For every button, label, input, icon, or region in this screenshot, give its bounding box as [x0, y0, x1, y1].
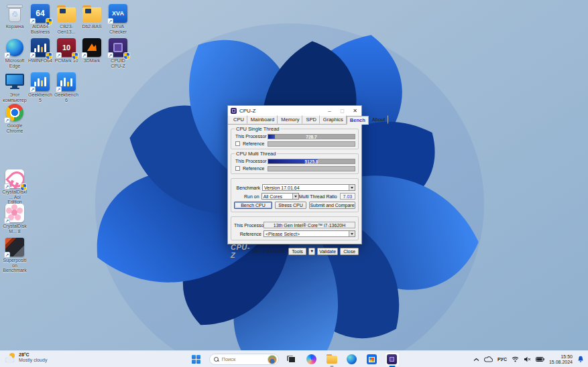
- tray-time: 15:50: [549, 354, 573, 360]
- microsoft-store-icon: [367, 354, 377, 364]
- tab-memory[interactable]: Memory: [278, 115, 302, 124]
- desktop-icon-dxva-checker[interactable]: XVA↗ DXVA Checker: [105, 3, 131, 34]
- desktop-icon-3dmark[interactable]: ↗ 3DMark: [79, 38, 105, 64]
- file-explorer-button[interactable]: [325, 352, 339, 366]
- weather-temp: 28°C: [19, 352, 47, 358]
- tab-bench[interactable]: Bench: [347, 116, 369, 125]
- run-on-select[interactable]: All Cores: [261, 193, 299, 200]
- onedrive-cloud-icon[interactable]: [484, 356, 493, 362]
- search-daily-image: [268, 355, 277, 364]
- desktop-icon-label: Superposition Benchmark: [2, 258, 27, 273]
- folder-icon: [57, 7, 76, 22]
- language-indicator[interactable]: РУС: [497, 357, 507, 362]
- desktop-icon-folder-db2[interactable]: Db2-BAS: [79, 3, 105, 29]
- desktop-icon-pcmark10[interactable]: 10↗ PCMark 10: [54, 38, 79, 64]
- close-button[interactable]: ✕: [349, 106, 361, 116]
- desktop-icon-label: PCMark 10: [54, 58, 79, 64]
- search-icon: [214, 357, 219, 362]
- this-pc-icon: [5, 74, 24, 90]
- single-thread-score: 728.7: [268, 135, 355, 139]
- shortcut-arrow-icon: ↗: [4, 252, 10, 258]
- tools-dropdown-button[interactable]: ▾: [308, 248, 315, 255]
- desktop-icon-recycle-bin[interactable]: ♲ Корзина: [2, 3, 27, 29]
- tools-button[interactable]: Tools: [288, 248, 307, 255]
- desktop-icon-label: Google Chrome: [2, 123, 27, 133]
- single-reference-checkbox[interactable]: [235, 141, 240, 146]
- reference-select[interactable]: <Please Select>: [263, 230, 355, 237]
- bench-cpu-button[interactable]: Bench CPU: [234, 202, 272, 209]
- clock[interactable]: 15:50 15.08.2024: [549, 354, 573, 365]
- cpuz-titlebar[interactable]: CPU-Z – ◻ ✕: [228, 106, 361, 116]
- multi-reference-label: Reference: [241, 166, 268, 171]
- copilot-icon: [306, 354, 316, 364]
- microsoft-store-button[interactable]: [365, 352, 379, 366]
- start-button[interactable]: [189, 352, 204, 366]
- battery-icon[interactable]: [536, 357, 544, 362]
- reference-label: Reference: [234, 232, 263, 236]
- groupbox-legend: CPU Single Thread: [235, 126, 280, 132]
- tray-chevron-up-icon[interactable]: [473, 358, 479, 362]
- shortcut-arrow-icon: ↗: [30, 86, 36, 92]
- edge-button[interactable]: [345, 352, 359, 366]
- desktop-icon-geekbench5[interactable]: ↗ Geekbench 5: [27, 72, 53, 102]
- tray-date: 15.08.2024: [549, 360, 573, 365]
- desktop-icon-folder-cb23[interactable]: CB23-Gen13...: [54, 3, 79, 34]
- tab-mainboard[interactable]: Mainboard: [247, 115, 278, 124]
- desktop-icon-geekbench6[interactable]: ↗ Geekbench 6: [54, 72, 79, 102]
- groupbox-legend: CPU Multi Thread: [235, 151, 277, 157]
- multi-reference-checkbox[interactable]: [235, 166, 240, 171]
- run-on-value: All Cores: [262, 194, 292, 199]
- copilot-button[interactable]: [304, 352, 319, 366]
- multi-thread-ratio-value: 7.03: [340, 193, 355, 200]
- tab-about[interactable]: About: [369, 115, 389, 124]
- desktop-icon-crystaldiskinfo[interactable]: ↗ CrystalDiskI... Aoi Edition: [2, 169, 27, 205]
- desktop-icon-label: Geekbench 5: [27, 92, 53, 102]
- uac-shield-icon: [46, 19, 52, 25]
- desktop-icon-google-chrome[interactable]: ↗ Google Chrome: [2, 102, 27, 133]
- desktop-icon-microsoft-edge[interactable]: ↗ Microsoft Edge: [2, 38, 27, 68]
- submit-compare-button[interactable]: Submit and Compare: [309, 202, 355, 209]
- volume-muted-icon[interactable]: [524, 356, 531, 362]
- task-view-button[interactable]: [284, 352, 299, 366]
- desktop-icon-label: 3DMark: [79, 58, 105, 64]
- windows-logo-icon: [192, 355, 200, 364]
- notification-bell-icon[interactable]: [577, 356, 584, 363]
- search-box[interactable]: [209, 354, 279, 365]
- tab-graphics[interactable]: Graphics: [320, 115, 347, 124]
- validate-button[interactable]: Validate: [317, 248, 338, 255]
- shortcut-arrow-icon: ↗: [81, 52, 87, 58]
- cpuz-taskbar-button[interactable]: [385, 352, 400, 366]
- tab-cpu[interactable]: CPU: [230, 115, 247, 124]
- multi-thread-score: 5125.8: [268, 159, 355, 163]
- desktop-icon-aida64[interactable]: 64↗ AIDA64 Business: [27, 3, 53, 34]
- search-input[interactable]: [222, 356, 268, 362]
- desktop-icon-this-pc[interactable]: Этот компьютер: [2, 72, 27, 102]
- maximize-button: ◻: [336, 106, 349, 116]
- stress-cpu-button[interactable]: Stress CPU: [275, 202, 306, 209]
- desktop-icon-label: Microsoft Edge: [2, 58, 27, 68]
- desktop-icon-cpuid-cpuz[interactable]: ↗ CPUID CPU-Z: [105, 38, 131, 68]
- processor-groupbox: This Processor 13th Gen Intel® Core™ i7-…: [231, 216, 359, 240]
- single-processor-label: This Processor: [234, 134, 268, 139]
- wifi-icon[interactable]: [512, 356, 519, 362]
- desktop-icon-superposition[interactable]: ↗ Superposition Benchmark: [2, 237, 27, 273]
- weather-widget[interactable]: 28°C Mostly cloudy: [5, 352, 47, 363]
- cpuz-window: CPU-Z – ◻ ✕ CPU Mainboard Memory SPD Gra…: [227, 105, 362, 244]
- folder-icon: [82, 7, 101, 22]
- minimize-button[interactable]: –: [323, 106, 336, 116]
- close-window-button[interactable]: Close: [340, 248, 359, 255]
- tab-spd[interactable]: SPD: [302, 115, 319, 124]
- file-explorer-icon: [327, 356, 337, 364]
- desktop-icon-crystaldiskmark[interactable]: ↗ CrystalDiskM... 8: [2, 203, 27, 234]
- desktop-icon-hwinfo64[interactable]: ↗ HWiNFO64: [27, 38, 53, 64]
- multi-thread-groupbox: CPU Multi Thread This Processor 5125.8 R…: [231, 153, 359, 174]
- desktop-icon-label: Этот компьютер: [2, 92, 27, 102]
- single-thread-score-bar: 728.7: [268, 134, 355, 139]
- benchmark-version-select[interactable]: Version 17.01.64: [262, 184, 355, 191]
- shortcut-arrow-icon: ↗: [107, 18, 113, 24]
- weather-icon: [5, 353, 16, 362]
- desktop-icon-label: DXVA Checker: [105, 24, 131, 34]
- desktop-icon-label: Db2-BAS: [79, 24, 105, 29]
- taskbar: 28°C Mostly cloudy РУС: [0, 350, 588, 367]
- task-view-icon: [287, 356, 296, 363]
